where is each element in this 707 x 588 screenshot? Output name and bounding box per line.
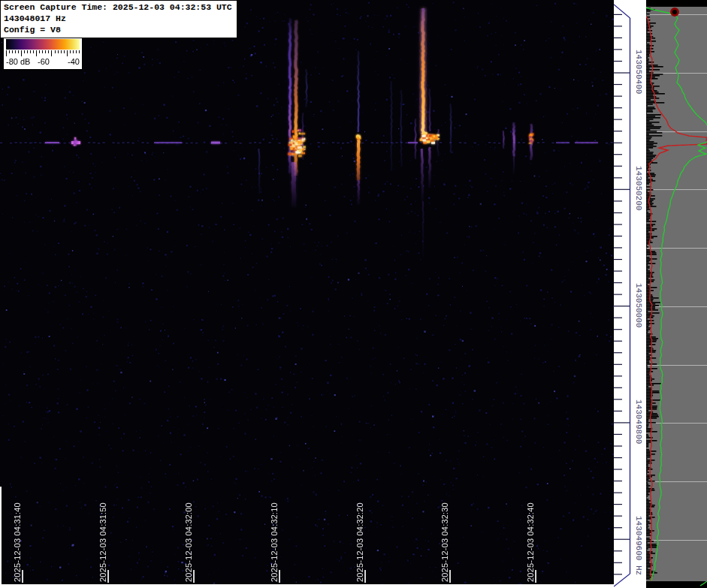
frequency-tick-label: 143050000	[634, 283, 643, 327]
capture-info-box: Screen Capture Time: 2025-12-03 04:32:53…	[0, 0, 237, 38]
colorbar-label: -80 dB	[6, 57, 30, 66]
colorbar-tick	[64, 50, 65, 53]
colorbar-tick	[76, 50, 77, 53]
colorbar-tick	[79, 50, 80, 53]
colorbar-tick	[36, 50, 37, 56]
frequency-tick-label: 143049600 Hz	[634, 516, 643, 575]
plot-bottom-border	[0, 584, 614, 588]
colorbar-tick	[33, 50, 34, 53]
colorbar-tick	[51, 50, 52, 56]
colorbar-tick	[55, 50, 56, 53]
colorbar-tick-ruler	[6, 50, 80, 57]
colorbar-tick	[9, 50, 10, 53]
colorbar-tick	[45, 50, 46, 53]
colorbar-tick	[18, 50, 19, 53]
spectrum-side-panel	[646, 0, 707, 588]
colorbar-label: -40	[68, 57, 80, 66]
plot-left-border	[0, 487, 2, 588]
colorbar-labels: -80 dB-60-40	[4, 57, 82, 68]
frequency-axis: 1430504001430502001430500001430498001430…	[614, 0, 646, 588]
colorbar-tick	[67, 50, 68, 56]
spectrogram-waterfall	[0, 0, 614, 588]
colorbar-tick	[6, 50, 7, 56]
colorbar-tick	[21, 50, 22, 56]
colorbar-tick	[48, 50, 49, 53]
colorbar-tick	[61, 50, 62, 53]
colorbar-tick	[27, 50, 28, 53]
frequency-tick-label: 143050400	[634, 50, 643, 94]
colorbar-tick	[39, 50, 40, 53]
colorbar-tick	[24, 50, 25, 53]
screen-capture-root: 2025-12-03 04:31:402025-12-03 04:31:5020…	[0, 0, 707, 588]
capture-frequency-text: 143048017 Hz	[4, 13, 232, 24]
frequency-tick-label: 143050200	[634, 166, 643, 210]
colorbar-legend: -80 dB-60-40	[3, 38, 83, 70]
colorbar-tick	[12, 50, 13, 53]
colorbar-tick	[73, 50, 74, 53]
colorbar-tick	[15, 50, 16, 53]
colorbar-tick	[42, 50, 43, 53]
frequency-tick-label: 143049800	[634, 400, 643, 444]
colorbar-label: -60	[38, 57, 50, 66]
capture-time-text: Screen Capture Time: 2025-12-03 04:32:53…	[4, 2, 232, 13]
colorbar-tick	[30, 50, 31, 53]
capture-config-text: Config = V8	[4, 24, 232, 35]
colorbar-tick	[70, 50, 71, 53]
colorbar-gradient	[6, 39, 80, 50]
colorbar-tick	[58, 50, 59, 53]
